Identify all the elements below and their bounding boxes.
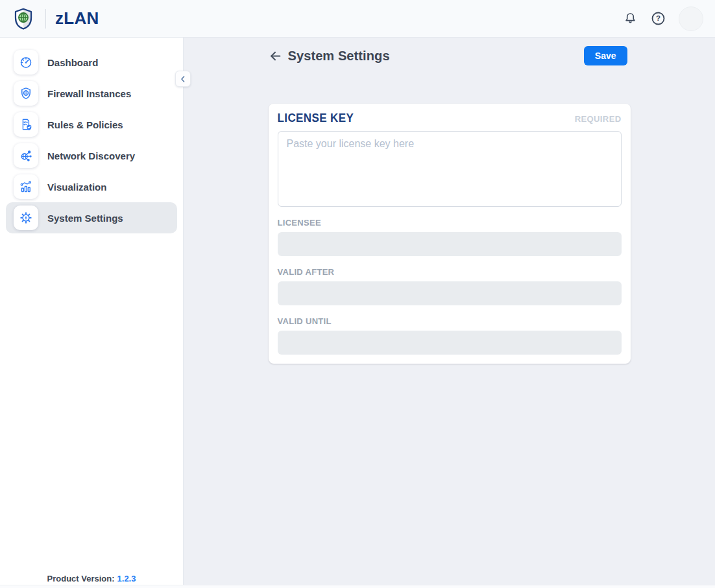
sidebar-item-dashboard[interactable]: Dashboard bbox=[6, 47, 177, 78]
product-version: Product Version:1.2.3 bbox=[0, 574, 183, 583]
valid-after-input bbox=[278, 281, 622, 305]
sidebar: Dashboard Firewall Instances bbox=[0, 38, 184, 588]
sidebar-item-rules-policies[interactable]: Rules & Policies bbox=[6, 109, 177, 140]
product-version-value: 1.2.3 bbox=[117, 574, 136, 583]
svg-text:?: ? bbox=[656, 14, 660, 22]
licensee-input bbox=[278, 232, 622, 256]
logo-divider bbox=[45, 9, 46, 29]
sidebar-item-label: Visualization bbox=[47, 182, 106, 193]
sidebar-item-visualization[interactable]: Visualization bbox=[6, 171, 177, 202]
horizontal-scrollbar-track[interactable] bbox=[0, 585, 715, 588]
licensee-label: LICENSEE bbox=[278, 218, 622, 228]
page-title: System Settings bbox=[288, 49, 390, 64]
back-button[interactable] bbox=[269, 49, 282, 63]
main-content: System Settings Save LICENSE KEY REQUIRE… bbox=[184, 38, 715, 588]
sidebar-item-network-discovery[interactable]: Network Discovery bbox=[6, 140, 177, 171]
gauge-icon bbox=[14, 50, 38, 75]
sidebar-item-label: Firewall Instances bbox=[47, 88, 131, 99]
help-icon[interactable]: ? bbox=[650, 10, 666, 27]
licensee-field-group: LICENSEE bbox=[278, 218, 622, 256]
sidebar-item-label: Rules & Policies bbox=[47, 119, 123, 130]
checklist-shield-icon bbox=[14, 112, 38, 137]
product-version-label: Product Version: bbox=[47, 574, 115, 583]
chevron-left-icon bbox=[178, 74, 188, 84]
valid-until-input bbox=[278, 331, 622, 355]
sidebar-item-label: System Settings bbox=[47, 213, 123, 224]
license-key-card: LICENSE KEY REQUIRED LICENSEE VALID AFTE… bbox=[269, 104, 631, 364]
bar-line-chart-icon bbox=[14, 174, 38, 199]
sidebar-item-label: Network Discovery bbox=[47, 150, 135, 161]
user-avatar[interactable] bbox=[679, 6, 703, 31]
arrow-left-icon bbox=[269, 49, 282, 63]
sidebar-item-system-settings[interactable]: System Settings bbox=[6, 202, 177, 233]
bell-icon[interactable] bbox=[623, 11, 638, 26]
license-key-textarea[interactable] bbox=[278, 131, 622, 207]
valid-until-field-group: VALID UNTIL bbox=[278, 316, 622, 355]
sidebar-collapse-button[interactable] bbox=[175, 71, 191, 87]
top-header: zLAN ? bbox=[0, 0, 715, 38]
sidebar-item-label: Dashboard bbox=[47, 57, 98, 68]
shield-globe-icon bbox=[14, 81, 38, 106]
required-badge: REQUIRED bbox=[575, 114, 622, 124]
gear-icon bbox=[14, 206, 38, 230]
globe-network-icon bbox=[14, 143, 38, 168]
save-button[interactable]: Save bbox=[584, 46, 627, 65]
brand-title: zLAN bbox=[55, 8, 99, 29]
valid-after-label: VALID AFTER bbox=[278, 267, 622, 277]
license-key-title: LICENSE KEY bbox=[278, 112, 354, 125]
valid-until-label: VALID UNTIL bbox=[278, 316, 622, 326]
sidebar-item-firewall-instances[interactable]: Firewall Instances bbox=[6, 78, 177, 109]
shield-globe-logo-icon bbox=[10, 5, 36, 32]
valid-after-field-group: VALID AFTER bbox=[278, 267, 622, 305]
